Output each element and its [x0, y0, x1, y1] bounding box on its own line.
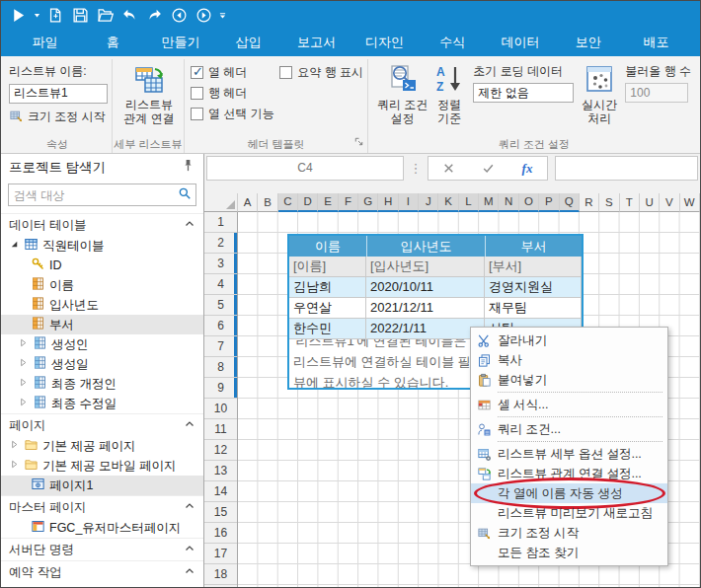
menu-item[interactable]: 각 열에 이름 자동 생성 [471, 483, 667, 503]
realtime-button[interactable]: 실시간 처리 [579, 61, 620, 127]
select-all-corner[interactable] [204, 193, 238, 212]
column-header-P[interactable]: P [539, 193, 559, 212]
tree-item[interactable]: 기본 제공 페이지 [1, 436, 203, 456]
row-header-7[interactable]: 7 [204, 336, 237, 357]
menu-item[interactable]: 복사 [471, 350, 667, 370]
forward-button[interactable] [192, 3, 215, 27]
column-header-K[interactable]: K [438, 193, 458, 212]
tree-item[interactable]: 직원테이블 [1, 236, 203, 256]
menu-item[interactable]: 쿼리 조건... [471, 419, 667, 439]
search-icon[interactable] [178, 186, 195, 204]
column-header-L[interactable]: L [459, 193, 479, 212]
listview-header-cell[interactable]: 부서 [485, 236, 582, 257]
section-header-5[interactable]: 예약 작업 [1, 560, 203, 583]
open-button[interactable] [93, 3, 117, 27]
menu-item[interactable]: 리스트뷰 세부 옵션 설정... [471, 444, 667, 464]
cell-name-box[interactable]: C4 [206, 156, 404, 181]
menu-item[interactable]: 셀 서식... [471, 395, 667, 414]
query-condition-button[interactable]: 쿼리 조건 설정 [374, 61, 430, 127]
row-header-14[interactable]: 14 [204, 481, 237, 502]
tree-item[interactable]: ID [1, 256, 203, 275]
listview-data-cell[interactable]: 경영지원실 [485, 277, 582, 298]
ribbon-tab-8[interactable]: 데이터 [487, 29, 555, 56]
row-header-1[interactable]: 1 [204, 212, 237, 233]
column-header-S[interactable]: S [599, 193, 619, 212]
checkbox-option[interactable]: 행 헤더 [191, 85, 279, 102]
ribbon-tab-1[interactable]: 파일 [11, 29, 79, 56]
ribbon-tab-4[interactable]: 삽입 [214, 29, 282, 56]
tree-item[interactable]: 기본 제공 모바일 페이지 [1, 456, 203, 476]
section-header-2[interactable]: 페이지 [1, 413, 203, 436]
redo-button[interactable] [142, 3, 166, 27]
column-header-E[interactable]: E [318, 193, 338, 212]
checkbox-option[interactable]: 열 선택 기능 [191, 106, 279, 122]
column-header-T[interactable]: T [620, 193, 640, 212]
run-dropdown-button[interactable] [31, 3, 42, 27]
section-header-1[interactable]: 데이터 테이블 [1, 213, 203, 236]
row-header-8[interactable]: 8 [204, 357, 237, 378]
row-header-6[interactable]: 6 [204, 316, 237, 336]
grid-cells[interactable]: 이름입사년도부서[이름][입사년도][부서]김남희2020/10/11경영지원실… [238, 212, 700, 588]
listview-header-cell[interactable]: 입사년도 [366, 236, 485, 257]
sort-button[interactable]: AZ 정렬 기준 [430, 61, 468, 127]
save-button[interactable] [68, 3, 92, 27]
search-input[interactable] [9, 188, 178, 202]
listview-data-cell[interactable]: 한수민 [289, 319, 366, 339]
new-file-button[interactable] [43, 3, 67, 27]
cancel-entry-button[interactable] [428, 157, 468, 180]
column-header-F[interactable]: F [339, 193, 358, 212]
menu-item[interactable]: 잘라내기 [471, 331, 667, 350]
confirm-entry-button[interactable] [468, 157, 507, 180]
row-header-17[interactable]: 17 [204, 544, 237, 564]
listview-field-cell[interactable]: [입사년도] [366, 257, 485, 277]
listview-field-cell[interactable]: [이름] [289, 257, 366, 277]
back-button[interactable] [167, 3, 191, 27]
column-header-Q[interactable]: Q [560, 193, 580, 212]
column-header-O[interactable]: O [519, 193, 539, 212]
tree-item[interactable]: 생성일 [1, 354, 203, 374]
listview-name-input[interactable] [9, 84, 108, 104]
insert-function-button[interactable]: fx [507, 157, 547, 180]
menu-item[interactable]: 크기 조정 시작 [471, 523, 667, 543]
listview-data-cell[interactable]: 우연살 [289, 298, 366, 319]
menu-item[interactable]: 붙여넣기 [471, 370, 667, 390]
row-header-16[interactable]: 16 [204, 523, 237, 544]
tree-item[interactable]: 이름 [1, 275, 203, 295]
checkbox-option[interactable]: 요약 행 표시 [279, 64, 363, 81]
listview-data-cell[interactable]: 김남희 [289, 277, 366, 298]
column-header-N[interactable]: N [499, 193, 518, 212]
row-header-15[interactable]: 15 [204, 502, 237, 523]
section-header-4[interactable]: 서버단 명령 [1, 538, 203, 560]
column-header-V[interactable]: V [660, 193, 679, 212]
row-header-10[interactable]: 10 [204, 399, 237, 419]
listview-data-cell[interactable]: 재무팀 [485, 298, 582, 319]
resize-start-button[interactable]: 크기 조정 시작 [9, 109, 108, 126]
column-header-J[interactable]: J [419, 193, 438, 212]
ribbon-tab-3[interactable]: 만들기 [147, 29, 215, 56]
menu-item[interactable]: 모든 참조 찾기 [471, 543, 667, 562]
tree-item[interactable]: 생성인 [1, 334, 203, 354]
tree-item[interactable]: 최종 수정일 [1, 394, 203, 413]
run-button[interactable] [6, 3, 30, 27]
tree-item[interactable]: 부서 [1, 315, 203, 334]
row-header-4[interactable]: 4 [204, 274, 237, 295]
initial-loading-input[interactable] [473, 83, 574, 103]
formula-input[interactable] [555, 156, 698, 181]
column-header-I[interactable]: I [399, 193, 419, 212]
listview-relation-button[interactable]: 리스트뷰 관계 연결 [118, 61, 180, 127]
tree-item[interactable]: FGC_유저마스터페이지 [1, 518, 203, 538]
undo-button[interactable] [117, 3, 141, 27]
ribbon-tab-2[interactable]: 홈 [79, 29, 147, 56]
row-header-18[interactable]: 18 [204, 564, 237, 585]
row-header-5[interactable]: 5 [204, 295, 237, 316]
ribbon-tab-5[interactable]: 보고서 [282, 29, 350, 56]
row-header-11[interactable]: 11 [204, 419, 237, 440]
pin-icon[interactable] [181, 158, 195, 177]
menu-item[interactable]: 리스트뷰 관계 연결 설정... [471, 464, 667, 483]
column-header-G[interactable]: G [358, 193, 378, 212]
column-header-H[interactable]: H [378, 193, 398, 212]
column-header-C[interactable]: C [278, 193, 298, 212]
row-count-input[interactable] [625, 83, 688, 103]
column-header-B[interactable]: B [258, 193, 277, 212]
column-header-R[interactable]: R [580, 193, 599, 212]
